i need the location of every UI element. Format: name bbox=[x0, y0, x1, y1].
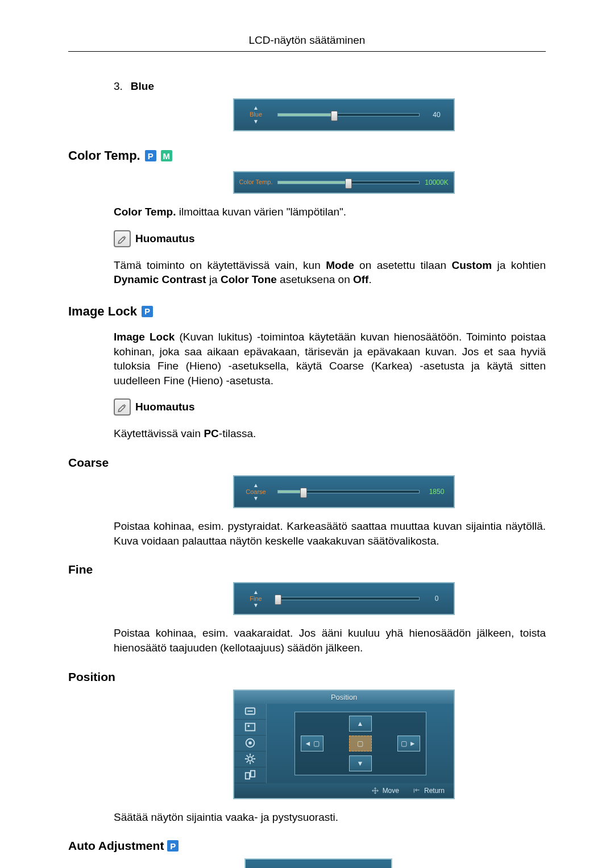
text: ja bbox=[206, 273, 221, 285]
heading-image-lock: Image Lock P bbox=[68, 304, 546, 319]
sidebar-multi-icon[interactable] bbox=[234, 767, 266, 783]
osd-coarse-value: 1850 bbox=[420, 476, 454, 507]
note-label: Huomautus bbox=[135, 401, 195, 413]
osd-footer: Move Return bbox=[234, 783, 454, 798]
note-icon bbox=[114, 398, 131, 416]
return-icon bbox=[413, 787, 421, 795]
auto-adjustment-dialog: Auto Adjustment Please Wait. bbox=[244, 858, 392, 868]
bold-text: Mode bbox=[326, 259, 354, 271]
osd-left-controls: Color Temp. bbox=[234, 172, 277, 193]
osd-left-controls: ▲ Coarse ▼ bbox=[234, 476, 277, 507]
badge-m-icon: M bbox=[161, 150, 172, 161]
colortemp-description: Color Temp. ilmoittaa kuvan värien "lämp… bbox=[114, 205, 546, 219]
osd-position-title: Position bbox=[234, 691, 454, 704]
imagelock-description: Image Lock (Kuvan lukitus) -toimintoa kä… bbox=[114, 330, 546, 388]
page-header-title: LCD-näytön säätäminen bbox=[68, 34, 546, 47]
arrow-down-icon[interactable]: ▼ bbox=[253, 603, 259, 608]
heading-position: Position bbox=[68, 670, 546, 684]
sidebar-picture-icon[interactable] bbox=[234, 720, 266, 736]
osd-left-controls: ▲ Blue ▼ bbox=[234, 99, 277, 130]
sidebar-sound-icon[interactable] bbox=[234, 736, 266, 751]
osd-coarse-label: Coarse bbox=[246, 488, 265, 496]
footer-return: Return bbox=[413, 787, 445, 795]
arrow-up-icon[interactable]: ▲ bbox=[253, 105, 259, 111]
bold-text: Image Lock bbox=[114, 331, 175, 343]
bold-text: Dynamic Contrast bbox=[114, 273, 206, 285]
osd-colortemp-panel: Color Temp. 10000K bbox=[233, 171, 455, 194]
heading-image-lock-text: Image Lock bbox=[68, 304, 137, 319]
bold-text: Custom bbox=[451, 259, 492, 271]
text: (Kuvan lukitus) -toimintoa käytetään kuv… bbox=[114, 331, 546, 387]
bold-text: PC bbox=[204, 427, 218, 439]
osd-blue-value: 40 bbox=[420, 99, 454, 130]
slider-thumb[interactable] bbox=[345, 178, 352, 189]
svg-point-4 bbox=[248, 741, 252, 745]
heading-coarse-text: Coarse bbox=[68, 456, 109, 470]
move-icon bbox=[371, 787, 379, 795]
imagelock-note-text: Käytettävissä vain PC-tilassa. bbox=[114, 426, 546, 441]
osd-fine-value: 0 bbox=[420, 583, 454, 614]
position-right-button[interactable]: ▢ ► bbox=[397, 736, 420, 751]
heading-color-temp: Color Temp. P M bbox=[68, 148, 546, 163]
position-center-indicator: ▢ bbox=[349, 736, 372, 751]
osd-colortemp-value: 10000K bbox=[420, 172, 454, 193]
text: Käytettävissä vain bbox=[114, 427, 204, 439]
coarse-description: Poistaa kohinaa, esim. pystyraidat. Kark… bbox=[114, 519, 546, 548]
bold-text: Off bbox=[353, 273, 368, 285]
svg-point-2 bbox=[247, 725, 250, 728]
svg-rect-1 bbox=[246, 724, 255, 731]
arrow-down-icon[interactable]: ▼ bbox=[253, 496, 259, 501]
osd-blue-label: Blue bbox=[250, 111, 262, 118]
text: asetuksena on bbox=[277, 273, 353, 285]
text: on asetettu tilaan bbox=[354, 259, 452, 271]
position-down-button[interactable]: ▼ bbox=[349, 755, 372, 771]
text: . bbox=[368, 273, 371, 285]
osd-left-controls: ▲ Fine ▼ bbox=[234, 583, 277, 614]
text: Tämä toiminto on käytettävissä vain, kun bbox=[114, 259, 326, 271]
osd-position-panel: Position ▲ ▼ ◄ ▢ ▢ ► ▢ bbox=[233, 690, 455, 799]
position-left-button[interactable]: ◄ ▢ bbox=[301, 736, 323, 751]
arrow-up-icon[interactable]: ▲ bbox=[253, 483, 259, 488]
badge-p-icon: P bbox=[167, 840, 179, 852]
note-row: Huomautus bbox=[114, 230, 546, 247]
slider-thumb[interactable] bbox=[331, 111, 338, 121]
text: -tilassa. bbox=[219, 427, 256, 439]
position-up-button[interactable]: ▲ bbox=[349, 716, 372, 732]
colortemp-slider[interactable] bbox=[277, 181, 420, 184]
arrow-down-icon[interactable]: ▼ bbox=[253, 119, 259, 124]
heading-fine: Fine bbox=[68, 563, 546, 576]
list-item-number: 3. bbox=[114, 80, 123, 93]
position-description: Säätää näytön sijaintia vaaka- ja pystys… bbox=[114, 810, 546, 825]
sidebar-input-icon[interactable] bbox=[234, 704, 266, 720]
note-label: Huomautus bbox=[135, 232, 195, 245]
coarse-slider[interactable] bbox=[277, 490, 420, 493]
osd-fine-panel: ▲ Fine ▼ 0 bbox=[233, 582, 455, 615]
svg-rect-7 bbox=[251, 771, 255, 777]
heading-auto-adjustment-text: Auto Adjustment bbox=[68, 839, 164, 853]
badge-p-icon: P bbox=[142, 306, 153, 317]
position-main-area: ▲ ▼ ◄ ▢ ▢ ► ▢ bbox=[267, 704, 454, 783]
heading-color-temp-text: Color Temp. bbox=[68, 148, 140, 163]
footer-return-label: Return bbox=[424, 787, 445, 795]
fine-description: Poistaa kohinaa, esim. vaakaraidat. Jos … bbox=[114, 626, 546, 655]
slider-thumb[interactable] bbox=[300, 488, 307, 498]
svg-point-5 bbox=[248, 757, 252, 761]
bold-text: Color Temp. bbox=[114, 206, 176, 218]
slider-thumb[interactable] bbox=[275, 595, 281, 605]
heading-auto-adjustment: Auto Adjustment P bbox=[68, 839, 546, 853]
list-item-blue: 3. Blue bbox=[114, 80, 546, 93]
blue-slider[interactable] bbox=[277, 113, 420, 117]
arrow-up-icon[interactable]: ▲ bbox=[253, 589, 259, 595]
heading-fine-text: Fine bbox=[68, 563, 93, 576]
osd-sidebar bbox=[234, 704, 267, 783]
svg-rect-6 bbox=[246, 773, 250, 779]
footer-move: Move bbox=[371, 787, 399, 795]
fine-slider[interactable] bbox=[277, 597, 420, 600]
footer-move-label: Move bbox=[383, 787, 399, 795]
note-row: Huomautus bbox=[114, 398, 546, 416]
note-icon bbox=[114, 230, 131, 247]
sidebar-setup-icon[interactable] bbox=[234, 751, 266, 767]
text: ilmoittaa kuvan värien "lämpötilan". bbox=[176, 206, 346, 218]
heading-position-text: Position bbox=[68, 670, 115, 684]
position-pad: ▲ ▼ ◄ ▢ ▢ ► ▢ bbox=[294, 712, 426, 775]
